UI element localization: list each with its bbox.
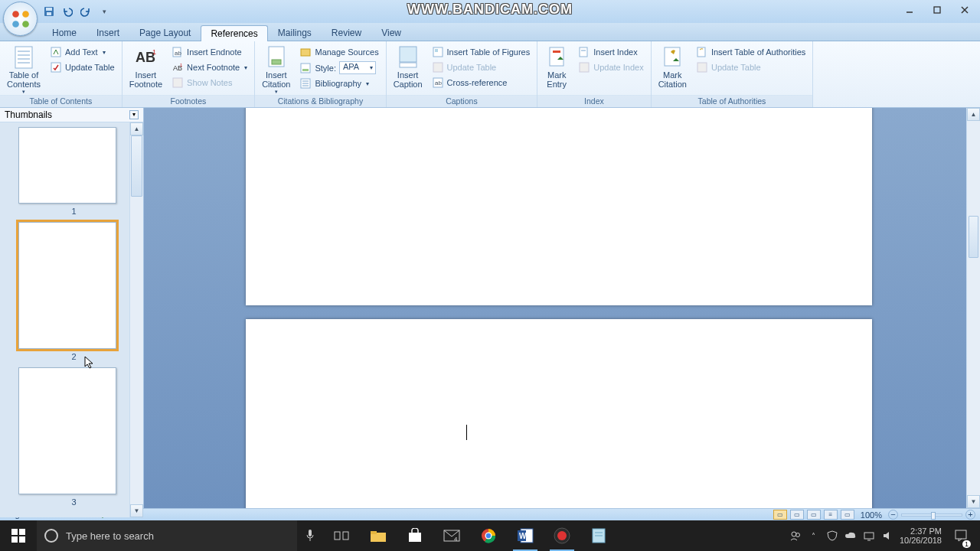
thumbnail-page-3[interactable] [18,367,116,494]
svg-text:W: W [519,532,527,540]
svg-rect-51 [11,536,18,543]
zoom-out-button[interactable]: − [888,510,898,520]
tray-clock[interactable]: 2:37 PM 10/26/2018 [900,527,942,545]
document-page-2[interactable] [246,319,872,508]
next-footnote-button[interactable]: AB1Next Footnote [168,60,250,74]
action-center-button[interactable]: 1 [948,520,974,551]
svg-rect-17 [51,63,60,72]
document-area[interactable]: ▲ ▼ [144,108,980,508]
cortana-circle-icon [44,529,58,543]
taskbar-search[interactable]: Type here to search [37,520,297,551]
svg-point-3 [22,21,29,28]
view-outline-button[interactable]: ≡ [824,510,838,520]
cross-ref-icon: ab [432,77,444,89]
taskbar-word[interactable]: W [507,520,544,551]
svg-rect-42 [553,51,560,53]
svg-rect-28 [301,64,310,73]
view-web-button[interactable]: ▭ [807,510,821,520]
mark-entry-button[interactable]: Mark Entry [541,44,572,89]
svg-rect-5 [46,8,52,11]
add-text-button[interactable]: Add Text [47,45,118,59]
thumb-label-2: 2 [18,352,129,361]
tab-page-layout[interactable]: Page Layout [129,24,201,41]
insert-caption-button[interactable]: Insert Caption [390,44,426,89]
ribbon: Table of Contents ▾ Add Text Update Tabl… [0,41,980,108]
insert-citation-button[interactable]: Insert Citation▾ [259,44,293,95]
style-icon [299,62,312,74]
nav-scrollbar[interactable]: ▲ ▼ [129,122,143,517]
svg-text:4: 4 [454,536,458,542]
zoom-in-button[interactable]: + [965,510,975,520]
svg-rect-45 [580,63,589,72]
svg-point-73 [792,532,796,536]
qat-undo-icon[interactable] [60,5,74,18]
tray-volume-icon[interactable] [881,530,893,542]
qat-save-icon[interactable] [42,5,56,18]
nav-dropdown-icon[interactable]: ▾ [129,110,139,119]
taskbar-bandicam[interactable] [544,520,580,551]
taskbar-file-explorer[interactable] [360,520,397,551]
office-button[interactable] [3,2,38,36]
style-dropdown[interactable]: Style: APA▾ [296,60,381,75]
qat-redo-icon[interactable] [79,5,93,18]
insert-table-of-figures-button[interactable]: Insert Table of Figures [429,45,534,59]
insert-toa-button[interactable]: Insert Table of Authorities [693,45,808,59]
mark-citation-icon [660,45,684,70]
zoom-level[interactable]: 100% [861,510,882,520]
insert-index-button[interactable]: Insert Index [575,45,646,59]
tray-time: 2:37 PM [900,527,942,536]
microphone-icon[interactable] [297,520,323,551]
tab-view[interactable]: View [371,24,411,41]
tab-references[interactable]: References [201,25,267,41]
tray-chevron-up-icon[interactable]: ˄ [808,530,820,542]
thumbnail-page-2[interactable] [18,222,116,349]
maximize-button[interactable] [923,2,951,18]
taskbar-store[interactable] [397,520,433,551]
svg-rect-38 [433,63,443,72]
tab-review[interactable]: Review [322,24,371,41]
manage-sources-icon [299,46,312,58]
tab-insert[interactable]: Insert [87,24,129,41]
svg-rect-52 [19,536,25,543]
thumbnail-page-1[interactable] [18,127,116,204]
svg-rect-49 [11,529,18,535]
task-view-button[interactable] [323,520,360,551]
show-notes-button: Show Notes [168,76,250,90]
tab-home[interactable]: Home [42,24,87,41]
minimize-button[interactable] [896,2,923,18]
taskbar-notepad[interactable] [580,520,617,551]
svg-rect-41 [550,47,564,66]
zoom-slider[interactable] [901,514,962,517]
insert-index-icon [578,46,590,58]
close-button[interactable] [951,2,978,18]
cross-reference-button[interactable]: abCross-reference [429,76,534,90]
update-table-toc-button[interactable]: Update Table [47,60,118,74]
tray-defender-icon[interactable] [826,530,838,542]
taskbar-mail[interactable]: 4 [433,520,470,551]
insert-footnote-button[interactable]: AB1 Insert Footnote [126,44,165,89]
table-of-contents-button[interactable]: Table of Contents ▾ [4,44,44,95]
update-table-captions-button: Update Table [429,60,534,74]
thumb-label-1: 1 [18,207,129,216]
taskbar-chrome[interactable] [470,520,507,551]
tab-mailings[interactable]: Mailings [268,24,322,41]
svg-rect-26 [272,60,281,64]
view-draft-button[interactable]: ▭ [841,510,854,520]
view-full-screen-button[interactable]: ▭ [790,510,804,520]
svg-rect-6 [47,12,51,15]
tray-network-icon[interactable] [863,530,875,542]
bibliography-button[interactable]: Bibliography [296,77,381,90]
document-scrollbar[interactable]: ▲ ▼ [966,108,980,508]
tray-onedrive-icon[interactable] [844,530,857,542]
group-citations-label: Citations & Bibliography [255,95,385,107]
insert-endnote-button[interactable]: abInsert Endnote [168,45,250,59]
nav-panel-header[interactable]: Thumbnails ▾ [0,108,143,122]
mark-citation-button[interactable]: Mark Citation [655,44,690,89]
document-page-1[interactable] [246,108,872,305]
people-icon[interactable] [789,530,802,542]
view-print-layout-button[interactable]: ▭ [773,510,787,520]
start-button[interactable] [0,520,37,551]
manage-sources-button[interactable]: Manage Sources [296,45,381,59]
svg-rect-56 [343,532,348,540]
qat-customize-icon[interactable]: ▾ [97,5,111,18]
